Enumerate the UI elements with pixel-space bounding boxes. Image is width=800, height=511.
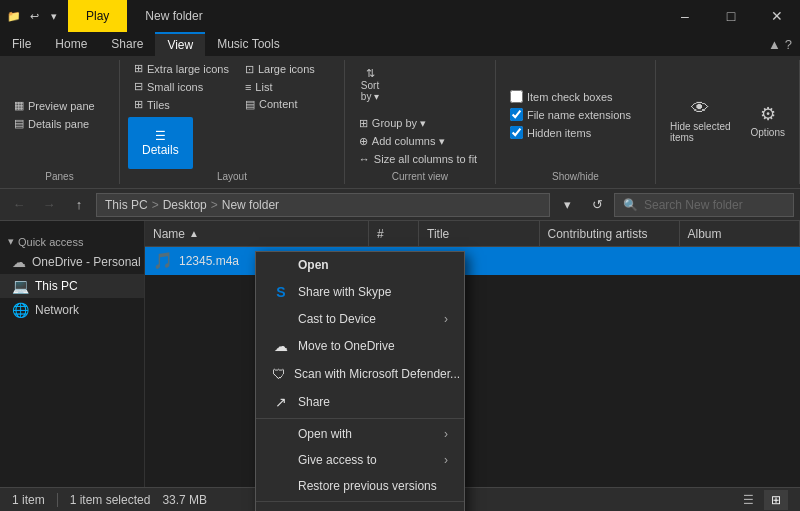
panes-buttons: ▦ Preview pane ▤ Details pane	[8, 60, 101, 169]
file-name-extensions-checkbox[interactable]	[510, 108, 523, 121]
skype-icon: S	[272, 284, 290, 300]
tab-view[interactable]: View	[155, 32, 205, 56]
tab-folder[interactable]: New folder	[127, 7, 220, 25]
tiles-btn[interactable]: ⊞ Tiles	[128, 96, 235, 113]
tab-music-tools[interactable]: Music Tools	[205, 32, 291, 56]
options-btn[interactable]: ⚙ Options	[745, 101, 791, 140]
path-sep-1: >	[152, 198, 159, 212]
hide-selected-btn[interactable]: 👁 Hide selecteditems	[664, 96, 737, 145]
help-icon[interactable]: ?	[785, 37, 792, 52]
extra-large-icons-btn[interactable]: ⊞ Extra large icons	[128, 60, 235, 77]
sidebar-item-onedrive[interactable]: ☁ OneDrive - Personal	[0, 250, 144, 274]
small-icons-btn[interactable]: ⊟ Small icons	[128, 78, 235, 95]
size-columns-icon: ↔	[359, 153, 370, 165]
content-icon: ▤	[245, 98, 255, 111]
status-selected: 1 item selected	[70, 493, 151, 507]
sidebar: ▾ Quick access ☁ OneDrive - Personal 💻 T…	[0, 221, 145, 511]
sort-asc-icon: ▲	[189, 228, 199, 239]
hidden-items-checkbox[interactable]	[510, 126, 523, 139]
onedrive-ctx-icon: ☁	[272, 338, 290, 354]
quick-access-label: Quick access	[18, 236, 83, 248]
group-hide-options: 👁 Hide selecteditems ⚙ Options	[656, 60, 800, 184]
search-bar[interactable]: 🔍 Search New folder	[614, 193, 794, 217]
onedrive-label: OneDrive - Personal	[32, 255, 141, 269]
col-header-num[interactable]: #	[369, 221, 419, 246]
file-list-header: Name ▲ # Title Contributing artists Albu…	[145, 221, 800, 247]
currentview-label: Current view	[353, 171, 487, 184]
col-header-album[interactable]: Album	[680, 221, 801, 246]
ctx-scan-defender[interactable]: 🛡 Scan with Microsoft Defender...	[256, 360, 464, 388]
refresh-dropdown-btn[interactable]: ▾	[554, 193, 580, 217]
close-button[interactable]: ✕	[754, 0, 800, 32]
refresh-btn[interactable]: ↺	[584, 193, 610, 217]
table-row[interactable]: 🎵 12345.m4a	[145, 247, 800, 275]
col-header-name[interactable]: Name ▲	[145, 221, 369, 246]
ctx-cast[interactable]: Cast to Device ›	[256, 306, 464, 332]
address-bar: ← → ↑ This PC > Desktop > New folder ▾ ↺…	[0, 189, 800, 221]
ctx-move-onedrive[interactable]: ☁ Move to OneDrive	[256, 332, 464, 360]
defender-icon: 🛡	[272, 366, 286, 382]
file-name-extensions-btn[interactable]: File name extensions	[504, 106, 637, 123]
ctx-sep-1	[256, 418, 464, 419]
ctx-open[interactable]: Open	[256, 252, 464, 278]
window-controls: – □ ✕	[662, 0, 800, 32]
network-icon: 🌐	[12, 302, 29, 318]
tab-home[interactable]: Home	[43, 32, 99, 56]
item-check-boxes-btn[interactable]: Item check boxes	[504, 88, 637, 105]
sidebar-item-network[interactable]: 🌐 Network	[0, 298, 144, 322]
large-icons-view-btn[interactable]: ⊞	[764, 490, 788, 510]
item-check-boxes-checkbox[interactable]	[510, 90, 523, 103]
open-with-arrow-icon: ›	[444, 427, 448, 441]
details-view-btn[interactable]: ☰	[736, 490, 760, 510]
ctx-send-to[interactable]: Send to ›	[256, 504, 464, 511]
hidden-items-btn[interactable]: Hidden items	[504, 124, 637, 141]
col-header-title[interactable]: Title	[419, 221, 540, 246]
preview-pane-btn[interactable]: ▦ Preview pane	[8, 97, 101, 114]
tab-file[interactable]: File	[0, 32, 43, 56]
ctx-share-skype[interactable]: S Share with Skype	[256, 278, 464, 306]
extra-large-icon: ⊞	[134, 62, 143, 75]
search-placeholder: Search New folder	[644, 198, 743, 212]
path-this-pc: This PC	[105, 198, 148, 212]
cloud-icon: ☁	[12, 254, 26, 270]
details-icon: ☰	[155, 129, 166, 143]
col-header-artist[interactable]: Contributing artists	[540, 221, 680, 246]
details-btn[interactable]: ☰ Details	[128, 117, 193, 169]
add-columns-btn[interactable]: ⊕ Add columns ▾	[353, 133, 483, 150]
list-btn[interactable]: ≡ List	[239, 79, 321, 95]
options-icon: ⚙	[760, 103, 776, 125]
ribbon: File Home Share View Music Tools ▲ ? ▦ P…	[0, 32, 800, 189]
size-all-columns-btn[interactable]: ↔ Size all columns to fit	[353, 151, 483, 167]
sidebar-quick-access-header[interactable]: ▾ Quick access	[0, 229, 144, 250]
ribbon-content: ▦ Preview pane ▤ Details pane Panes ⊞ Ex…	[0, 56, 800, 188]
large-icons-btn[interactable]: ⊡ Large icons	[239, 61, 321, 78]
tab-play[interactable]: Play	[68, 0, 127, 32]
forward-button[interactable]: →	[36, 193, 62, 217]
ctx-share[interactable]: ↗ Share	[256, 388, 464, 416]
sort-by-btn[interactable]: ⇅ Sortby ▾	[353, 63, 387, 106]
ribbon-collapse-icon[interactable]: ▲	[768, 37, 781, 52]
main-area: ▾ Quick access ☁ OneDrive - Personal 💻 T…	[0, 221, 800, 511]
undo-icon[interactable]: ↩	[26, 8, 42, 24]
path-new-folder: New folder	[222, 198, 279, 212]
quick-access-toolbar: 📁 ↩ ▾	[0, 8, 68, 24]
tiles-icon: ⊞	[134, 98, 143, 111]
down-arrow-icon[interactable]: ▾	[46, 8, 62, 24]
ctx-sep-2	[256, 501, 464, 502]
content-btn[interactable]: ▤ Content	[239, 96, 321, 113]
ctx-open-with[interactable]: Open with ›	[256, 421, 464, 447]
ctx-restore[interactable]: Restore previous versions	[256, 473, 464, 499]
maximize-button[interactable]: □	[708, 0, 754, 32]
hide-selected-icon: 👁	[691, 98, 709, 119]
ctx-give-access[interactable]: Give access to ›	[256, 447, 464, 473]
path-bar[interactable]: This PC > Desktop > New folder	[96, 193, 550, 217]
group-currentview: ⇅ Sortby ▾ ⊞ Group by ▾ ⊕ Add columns ▾ …	[345, 60, 496, 184]
group-by-btn[interactable]: ⊞ Group by ▾	[353, 115, 483, 132]
back-button[interactable]: ←	[6, 193, 32, 217]
tab-share[interactable]: Share	[99, 32, 155, 56]
details-pane-btn[interactable]: ▤ Details pane	[8, 115, 101, 132]
sidebar-item-this-pc[interactable]: 💻 This PC	[0, 274, 144, 298]
minimize-button[interactable]: –	[662, 0, 708, 32]
path-desktop: Desktop	[163, 198, 207, 212]
up-button[interactable]: ↑	[66, 193, 92, 217]
